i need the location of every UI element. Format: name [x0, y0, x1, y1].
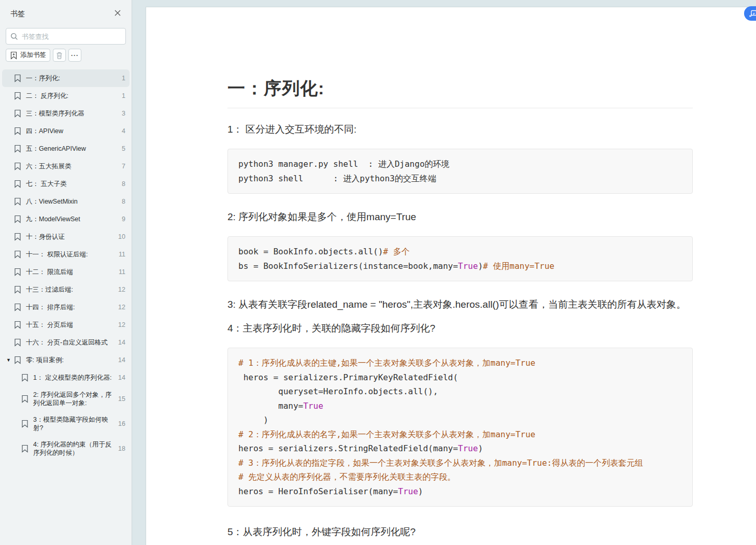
- bookmark-page-number: 12: [118, 304, 125, 311]
- bookmark-page-number: 5: [122, 145, 125, 152]
- bookmark-flag-icon: [13, 356, 22, 364]
- bookmark-label: 4: 序列化器的约束（用于反序列化的时候）: [33, 440, 118, 457]
- bookmark-page-number: 14: [118, 339, 125, 346]
- bookmark-item[interactable]: 二： 反序列化:1: [2, 87, 130, 105]
- bookmark-flag-icon: [13, 268, 22, 276]
- convert-icon: [749, 10, 756, 18]
- sidebar-title: 书签: [10, 9, 25, 19]
- document-page: 一：序列化: 1： 区分进入交互环境的不同: python3 manager.p…: [146, 7, 756, 545]
- bookmark-flag-icon: [13, 250, 22, 259]
- bookmark-flag-icon: [13, 127, 22, 135]
- paragraph-4: 4：主表序列化时，关联的隐藏字段如何序列化?: [227, 321, 693, 336]
- bookmark-item[interactable]: 八：ViewSetMixin8: [2, 193, 130, 210]
- bookmark-item[interactable]: 十六： 分页-自定义返回格式14: [2, 334, 130, 351]
- bookmark-item[interactable]: 九：ModelViewSet9: [2, 210, 130, 228]
- bookmark-label: 三：模型类序列化器: [26, 109, 122, 118]
- bookmark-page-number: 7: [122, 163, 125, 170]
- bookmark-item[interactable]: 2: 序列化返回多个对象，序列化返回单一对象:15: [2, 386, 130, 411]
- code-line: heros = serializers.PrimaryKeyRelatedFie…: [238, 370, 682, 385]
- bookmark-item[interactable]: 十：身份认证10: [2, 228, 130, 246]
- bookmark-item[interactable]: 三：模型类序列化器3: [2, 105, 130, 122]
- bookmark-item[interactable]: ▼零: 项目案例:14: [2, 351, 130, 369]
- bookmark-item[interactable]: 一：序列化:1: [2, 69, 130, 87]
- bookmark-label: 二： 反序列化:: [26, 92, 122, 100]
- bookmarks-sidebar: 书签 添加书签 ··· 一：序列化:1二： 反序列化:1三：模型类序列化器3四：…: [0, 0, 132, 545]
- expand-caret-icon[interactable]: ▼: [6, 357, 13, 363]
- bookmark-label: 十三：过滤后端:: [26, 285, 118, 294]
- bookmark-page-number: 8: [122, 180, 125, 188]
- bookmark-label: 十一： 权限认证后端:: [26, 250, 119, 259]
- bookmark-page-number: 14: [118, 356, 125, 364]
- bookmark-label: 六：五大拓展类: [26, 162, 122, 170]
- bookmark-label: 十：身份认证: [26, 233, 118, 241]
- bookmark-item[interactable]: 七： 五大子类8: [2, 175, 130, 193]
- document-content: 一：序列化: 1： 区分进入交互环境的不同: python3 manager.p…: [146, 7, 693, 540]
- bookmark-page-number: 11: [119, 251, 125, 258]
- bookmark-page-number: 16: [118, 420, 125, 427]
- code-line: book = BookInfo.objects.all()# 多个: [238, 245, 682, 259]
- sidebar-toolbar: 添加书签 ···: [6, 49, 126, 62]
- code-line: ): [238, 413, 682, 427]
- bookmark-flag-icon: [13, 92, 22, 100]
- more-options-button[interactable]: ···: [68, 49, 81, 62]
- bookmark-flag-icon: [21, 420, 29, 428]
- bookmark-page-number: 3: [122, 110, 125, 117]
- code-line: queryset=HeroInfo.objects.all(),: [238, 384, 682, 399]
- close-sidebar-button[interactable]: [113, 9, 122, 19]
- bookmark-item[interactable]: 1： 定义模型类的序列化器:14: [2, 369, 130, 386]
- paragraph-5: 5：从表序列化时，外键字段如何序列化呢?: [227, 524, 693, 540]
- bookmark-list: 一：序列化:1二： 反序列化:1三：模型类序列化器3四：APIView4五：Ge…: [0, 69, 132, 545]
- bookmark-page-number: 8: [122, 198, 125, 205]
- document-title: 一：序列化:: [227, 77, 693, 108]
- convert-button[interactable]: 转: [744, 6, 756, 21]
- bookmark-page-number: 10: [118, 233, 125, 240]
- bookmark-flag-icon: [13, 285, 22, 294]
- paragraph-2: 2: 序列化对象如果是多个，使用many=True: [227, 209, 693, 225]
- bookmark-page-number: 12: [118, 286, 125, 293]
- code-line: bs = BookInfoSerializers(instance=book,m…: [238, 259, 682, 274]
- code-block-related-fields: # 1：序列化成从表的主键,如果一个主表对象关联多个从表对象，加many=Tru…: [227, 348, 693, 507]
- bookmark-item[interactable]: 六：五大拓展类7: [2, 157, 130, 175]
- bookmark-label: 十二： 限流后端: [26, 268, 119, 276]
- bookmark-flag-icon: [13, 145, 22, 153]
- bookmark-item[interactable]: 十三：过滤后端:12: [2, 281, 130, 298]
- delete-bookmark-button[interactable]: [53, 49, 66, 62]
- code-line: # 2：序列化成从表的名字,如果一个主表对象关联多个从表对象，加many=Tru…: [238, 427, 682, 442]
- bookmark-flag-icon: [13, 197, 22, 206]
- add-bookmark-icon: [10, 51, 18, 60]
- bookmark-search-box[interactable]: [6, 28, 126, 45]
- bookmark-flag-icon: [21, 374, 29, 382]
- bookmark-label: 八：ViewSetMixin: [26, 197, 122, 206]
- bookmark-label: 一：序列化:: [26, 74, 122, 82]
- bookmark-item[interactable]: 十一： 权限认证后端:11: [2, 246, 130, 263]
- trash-icon: [55, 51, 63, 60]
- paragraph-1: 1： 区分进入交互环境的不同:: [227, 122, 693, 137]
- bookmark-item[interactable]: 五：GenericAPIView5: [2, 140, 130, 157]
- code-line: python3 shell : 进入python3的交互终端: [238, 171, 682, 186]
- bookmark-page-number: 14: [118, 374, 125, 381]
- code-block-shell-commands: python3 manager.py shell : 进入Django的环境py…: [227, 149, 693, 194]
- bookmark-label: 1： 定义模型类的序列化器:: [33, 374, 118, 382]
- bookmark-page-number: 15: [118, 395, 125, 403]
- bookmark-item[interactable]: 十四： 排序后端:12: [2, 298, 130, 316]
- bookmark-page-number: 4: [122, 127, 125, 135]
- pdf-viewer-area[interactable]: 一：序列化: 1： 区分进入交互环境的不同: python3 manager.p…: [132, 0, 756, 545]
- bookmark-flag-icon: [13, 162, 22, 170]
- add-bookmark-button[interactable]: 添加书签: [6, 49, 50, 62]
- code-line: heros = serializers.StringRelatedField(m…: [238, 441, 682, 456]
- code-line: python3 manager.py shell : 进入Django的环境: [238, 157, 682, 171]
- code-line: many=True: [238, 399, 682, 413]
- bookmark-label: 四：APIView: [26, 127, 122, 135]
- bookmark-item[interactable]: 四：APIView4: [2, 122, 130, 140]
- bookmark-item[interactable]: 4: 序列化器的约束（用于反序列化的时候）18: [2, 436, 130, 461]
- code-line: # 1：序列化成从表的主键,如果一个主表对象关联多个从表对象，加many=Tru…: [238, 356, 682, 370]
- bookmark-flag-icon: [13, 109, 22, 118]
- search-icon: [10, 33, 18, 40]
- bookmark-item[interactable]: 十二： 限流后端11: [2, 263, 130, 281]
- code-line: # 先定义从表的序列化器，不需要序列化关联主表的字段。: [238, 470, 682, 484]
- bookmark-page-number: 9: [122, 216, 125, 223]
- bookmark-item[interactable]: 十五： 分页后端12: [2, 316, 130, 334]
- bookmark-item[interactable]: 3：模型类隐藏字段如何映射?16: [2, 411, 130, 436]
- more-options-icon: ···: [71, 52, 79, 59]
- bookmark-search-input[interactable]: [22, 33, 121, 40]
